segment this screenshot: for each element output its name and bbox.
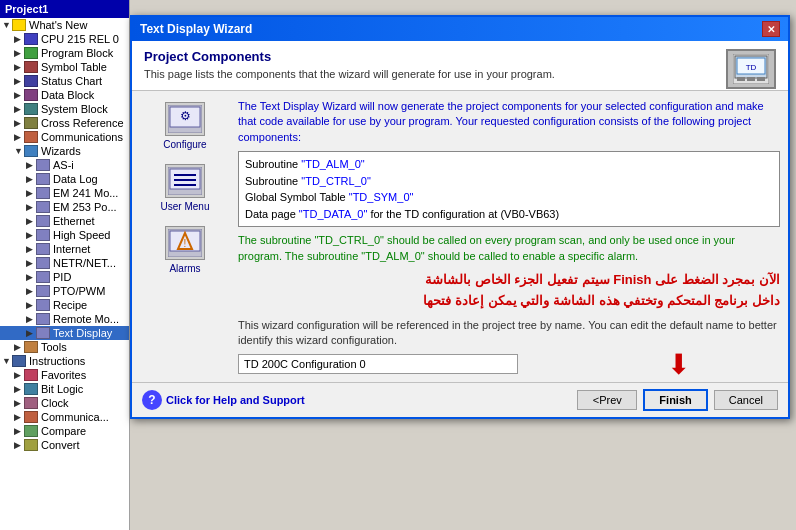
sidebar-item-text-display[interactable]: ▶Text Display bbox=[0, 326, 129, 340]
expand-icon-tools[interactable]: ▶ bbox=[14, 342, 24, 352]
sidebar-item-pto-pwm[interactable]: ▶PTO/PWM bbox=[0, 284, 129, 298]
sidebar-item-cpu[interactable]: ▶CPU 215 REL 0 bbox=[0, 32, 129, 46]
sidebar-item-high-speed[interactable]: ▶High Speed bbox=[0, 228, 129, 242]
config-name-input[interactable] bbox=[238, 354, 518, 374]
expand-icon-as-i[interactable]: ▶ bbox=[26, 160, 36, 170]
sidebar-item-bit-logic[interactable]: ▶Bit Logic bbox=[0, 382, 129, 396]
svg-text:TD: TD bbox=[746, 63, 757, 72]
finish-button[interactable]: Finish bbox=[643, 389, 707, 411]
item-icon-data-log bbox=[36, 173, 50, 185]
sidebar-item-em253[interactable]: ▶EM 253 Po... bbox=[0, 200, 129, 214]
sidebar-item-system-block[interactable]: ▶System Block bbox=[0, 102, 129, 116]
item-icon-as-i bbox=[36, 159, 50, 171]
expand-icon-remote-mod[interactable]: ▶ bbox=[26, 314, 36, 324]
expand-icon-communications2[interactable]: ▶ bbox=[14, 412, 24, 422]
expand-icon-cross-reference[interactable]: ▶ bbox=[14, 118, 24, 128]
sidebar-item-communications2[interactable]: ▶Communica... bbox=[0, 410, 129, 424]
expand-icon-instructions[interactable]: ▼ bbox=[2, 356, 12, 366]
expand-icon-em253[interactable]: ▶ bbox=[26, 202, 36, 212]
expand-icon-recipe[interactable]: ▶ bbox=[26, 300, 36, 310]
expand-icon-program-block[interactable]: ▶ bbox=[14, 48, 24, 58]
help-link[interactable]: ? Click for Help and Support bbox=[142, 390, 305, 410]
item-icon-communications2 bbox=[24, 411, 38, 423]
expand-icon-clock[interactable]: ▶ bbox=[14, 398, 24, 408]
sidebar-item-as-i[interactable]: ▶AS-i bbox=[0, 158, 129, 172]
sidebar-item-communications[interactable]: ▶Communications bbox=[0, 130, 129, 144]
sidebar-item-data-log[interactable]: ▶Data Log bbox=[0, 172, 129, 186]
expand-icon-high-speed[interactable]: ▶ bbox=[26, 230, 36, 240]
arabic-line-1: الآن بمجرد الضغط على Finish سيتم تفعيل ا… bbox=[238, 270, 780, 291]
alarms-button[interactable]: ! Alarms bbox=[162, 223, 208, 277]
sidebar-item-recipe[interactable]: ▶Recipe bbox=[0, 298, 129, 312]
sidebar-label-as-i: AS-i bbox=[53, 159, 74, 171]
expand-icon-pto-pwm[interactable]: ▶ bbox=[26, 286, 36, 296]
sidebar-item-compare[interactable]: ▶Compare bbox=[0, 424, 129, 438]
sidebar-item-internet[interactable]: ▶Internet bbox=[0, 242, 129, 256]
dialog-header-desc: This page lists the components that the … bbox=[144, 68, 776, 80]
expand-icon-text-display[interactable]: ▶ bbox=[26, 328, 36, 338]
sidebar-item-clock[interactable]: ▶Clock bbox=[0, 396, 129, 410]
sidebar-label-symbol-table: Symbol Table bbox=[41, 61, 107, 73]
sidebar-label-bit-logic: Bit Logic bbox=[41, 383, 83, 395]
expand-icon-em241[interactable]: ▶ bbox=[26, 188, 36, 198]
sidebar-label-convert: Convert bbox=[41, 439, 80, 451]
expand-icon-ethernet[interactable]: ▶ bbox=[26, 216, 36, 226]
sidebar-item-pid[interactable]: ▶PID bbox=[0, 270, 129, 284]
item-icon-ethernet bbox=[36, 215, 50, 227]
user-menu-button[interactable]: User Menu bbox=[158, 161, 213, 215]
expand-icon-favorites[interactable]: ▶ bbox=[14, 370, 24, 380]
item-icon-internet bbox=[36, 243, 50, 255]
prev-button[interactable]: <Prev bbox=[577, 390, 637, 410]
sidebar-item-favorites[interactable]: ▶Favorites bbox=[0, 368, 129, 382]
sidebar-item-status-chart[interactable]: ▶Status Chart bbox=[0, 74, 129, 88]
expand-icon-netr[interactable]: ▶ bbox=[26, 258, 36, 268]
svg-rect-6 bbox=[757, 77, 765, 81]
sidebar-item-convert[interactable]: ▶Convert bbox=[0, 438, 129, 452]
sidebar-item-instructions[interactable]: ▼Instructions bbox=[0, 354, 129, 368]
expand-icon-communications[interactable]: ▶ bbox=[14, 132, 24, 142]
configure-button[interactable]: ⚙ Configure bbox=[160, 99, 209, 153]
sidebar-label-cross-reference: Cross Reference bbox=[41, 117, 124, 129]
sidebar-item-tools[interactable]: ▶Tools bbox=[0, 340, 129, 354]
dialog-close-button[interactable]: ✕ bbox=[762, 21, 780, 37]
alarms-icon: ! bbox=[165, 226, 205, 260]
item-icon-clock bbox=[24, 397, 38, 409]
sidebar-item-wizards[interactable]: ▼Wizards bbox=[0, 144, 129, 158]
sidebar-item-whats-new[interactable]: ▼What's New bbox=[0, 18, 129, 32]
sidebar-title: Project1 bbox=[0, 0, 129, 18]
sidebar-item-program-block[interactable]: ▶Program Block bbox=[0, 46, 129, 60]
expand-icon-pid[interactable]: ▶ bbox=[26, 272, 36, 282]
cancel-button[interactable]: Cancel bbox=[714, 390, 778, 410]
sidebar-label-ethernet: Ethernet bbox=[53, 215, 95, 227]
expand-icon-bit-logic[interactable]: ▶ bbox=[14, 384, 24, 394]
sidebar-item-ethernet[interactable]: ▶Ethernet bbox=[0, 214, 129, 228]
sidebar-item-remote-mod[interactable]: ▶Remote Mo... bbox=[0, 312, 129, 326]
info-text-3: This wizard configuration will be refere… bbox=[238, 318, 780, 349]
code-line-2: Subroutine "TD_CTRL_0" bbox=[245, 173, 773, 190]
expand-icon-data-block[interactable]: ▶ bbox=[14, 90, 24, 100]
item-icon-em253 bbox=[36, 201, 50, 213]
info-text-2: The subroutine "TD_CTRL_0" should be cal… bbox=[238, 233, 780, 264]
expand-icon-convert[interactable]: ▶ bbox=[14, 440, 24, 450]
help-icon: ? bbox=[142, 390, 162, 410]
expand-icon-whats-new[interactable]: ▼ bbox=[2, 20, 12, 30]
expand-icon-symbol-table[interactable]: ▶ bbox=[14, 62, 24, 72]
expand-icon-compare[interactable]: ▶ bbox=[14, 426, 24, 436]
expand-icon-data-log[interactable]: ▶ bbox=[26, 174, 36, 184]
item-icon-cpu bbox=[24, 33, 38, 45]
sidebar-item-symbol-table[interactable]: ▶Symbol Table bbox=[0, 60, 129, 74]
svg-text:!: ! bbox=[184, 238, 187, 249]
sidebar-item-netr[interactable]: ▶NETR/NET... bbox=[0, 256, 129, 270]
dialog-header-title: Project Components bbox=[144, 49, 776, 64]
item-icon-convert bbox=[24, 439, 38, 451]
expand-icon-status-chart[interactable]: ▶ bbox=[14, 76, 24, 86]
sidebar-item-data-block[interactable]: ▶Data Block bbox=[0, 88, 129, 102]
sidebar-item-em241[interactable]: ▶EM 241 Mo... bbox=[0, 186, 129, 200]
expand-icon-internet[interactable]: ▶ bbox=[26, 244, 36, 254]
svg-rect-4 bbox=[737, 77, 745, 81]
expand-icon-system-block[interactable]: ▶ bbox=[14, 104, 24, 114]
expand-icon-wizards[interactable]: ▼ bbox=[14, 146, 24, 156]
item-icon-communications bbox=[24, 131, 38, 143]
sidebar-item-cross-reference[interactable]: ▶Cross Reference bbox=[0, 116, 129, 130]
expand-icon-cpu[interactable]: ▶ bbox=[14, 34, 24, 44]
